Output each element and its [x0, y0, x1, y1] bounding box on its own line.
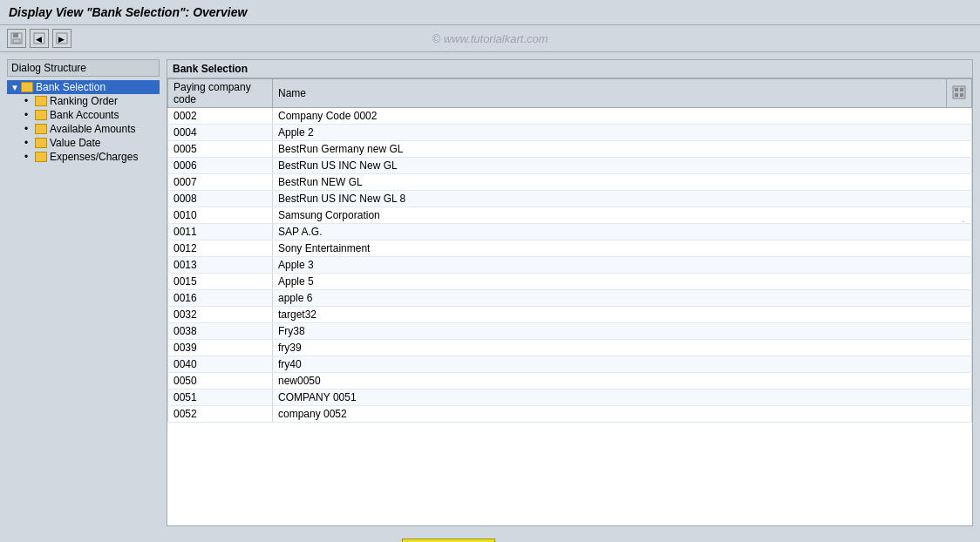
table-row[interactable]: 0004Apple 2	[168, 125, 972, 141]
cell-code: 0039	[168, 340, 273, 356]
cell-name: Company Code 0002	[273, 108, 972, 125]
cell-name: SAP A.G.	[273, 224, 972, 241]
bullet-icon: •	[24, 151, 35, 163]
svg-rect-1	[13, 33, 18, 37]
sidebar-item-label: Ranking Order	[50, 95, 118, 107]
col-settings-icon[interactable]	[947, 79, 972, 108]
cell-code: 0005	[168, 141, 273, 158]
cell-code: 0016	[168, 290, 273, 307]
table-row[interactable]: 0002Company Code 0002	[168, 108, 972, 125]
cell-name: Apple 5	[273, 274, 972, 290]
sidebar-item-ranking-order[interactable]: • Ranking Order	[7, 94, 160, 108]
folder-icon	[35, 124, 47, 134]
cell-name: BestRun US INC New GL 8	[273, 191, 972, 207]
table-row[interactable]: 0015Apple 5	[168, 274, 972, 290]
toolbar-btn-execute[interactable]: ▶	[52, 29, 71, 48]
position-button[interactable]: Position...	[402, 539, 495, 542]
table-row[interactable]: 0005BestRun Germany new GL	[168, 141, 972, 158]
bullet-icon: •	[24, 109, 35, 121]
table-row[interactable]: 0007BestRun NEW GL	[168, 174, 972, 191]
cell-name: apple 6	[273, 290, 972, 307]
table-row[interactable]: 0016apple 6	[168, 290, 972, 307]
sidebar-item-value-date[interactable]: • Value Date	[7, 136, 160, 150]
toolbar: ◀ ▶ © www.tutorialkart.com	[0, 25, 980, 52]
table-row[interactable]: 0013Apple 3	[168, 257, 972, 274]
cell-code: 0013	[168, 257, 273, 274]
cell-name: Apple 3	[273, 257, 972, 274]
bottom-bar: Position... Entry 1 of 633	[0, 533, 980, 542]
bullet-icon: •	[24, 95, 35, 107]
table-row[interactable]: 0032target32	[168, 307, 972, 323]
sidebar-item-expenses-charges[interactable]: • Expenses/Charges	[7, 150, 160, 164]
table-row[interactable]: 0039fry39	[168, 340, 972, 356]
table-row[interactable]: 0011SAP A.G.	[168, 224, 972, 241]
col-header-code: Paying company code	[168, 79, 273, 108]
watermark: © www.tutorialkart.com	[432, 32, 548, 45]
svg-rect-8	[955, 88, 958, 91]
table-row[interactable]: 0050new0050	[168, 373, 972, 390]
svg-rect-9	[960, 88, 963, 91]
cell-name: BestRun Germany new GL	[273, 141, 972, 158]
cell-code: 0011	[168, 224, 273, 241]
cell-name: Samsung Corporation	[273, 207, 972, 224]
svg-text:▶: ▶	[58, 35, 65, 44]
cell-name: fry39	[273, 340, 972, 356]
content-panel: Bank Selection Paying company code Name	[167, 59, 973, 526]
table-row[interactable]: 0040fry40	[168, 356, 972, 373]
cell-code: 0002	[168, 108, 273, 125]
table-row[interactable]: 0010Samsung Corporation	[168, 207, 972, 224]
sidebar-item-label: Expenses/Charges	[50, 151, 138, 163]
cell-code: 0010	[168, 207, 273, 224]
bullet-icon: •	[24, 137, 35, 149]
svg-rect-10	[955, 93, 958, 97]
table-container[interactable]: Paying company code Name 0002Company Cod…	[167, 78, 972, 525]
cell-code: 0008	[168, 191, 273, 207]
cell-code: 0012	[168, 241, 273, 257]
cell-name: fry40	[273, 356, 972, 373]
svg-rect-2	[13, 39, 20, 43]
cell-code: 0015	[168, 274, 273, 290]
cell-code: 0040	[168, 356, 273, 373]
title-bar: Display View "Bank Selection": Overview	[0, 0, 980, 25]
sidebar: Dialog Structure ▼ Bank Selection • Rank…	[7, 59, 160, 526]
svg-text:◀: ◀	[36, 35, 42, 44]
table-row[interactable]: 0038Fry38	[168, 323, 972, 340]
cell-code: 0052	[168, 406, 273, 423]
cell-code: 0051	[168, 390, 273, 406]
cell-code: 0038	[168, 323, 273, 340]
cell-name: new0050	[273, 373, 972, 390]
folder-icon	[35, 138, 47, 148]
table-row[interactable]: 0008BestRun US INC New GL 8	[168, 191, 972, 207]
table-row[interactable]: 0051COMPANY 0051	[168, 390, 972, 406]
side-dot: ·	[963, 218, 964, 226]
cell-code: 0050	[168, 373, 273, 390]
table-row[interactable]: 0006BestRun US INC New GL	[168, 158, 972, 174]
sidebar-item-label: Available Amounts	[50, 123, 136, 135]
cell-name: company 0052	[273, 406, 972, 423]
folder-icon	[35, 152, 47, 162]
folder-icon	[35, 96, 47, 106]
title-text: Display View "Bank Selection": Overview	[9, 5, 247, 19]
sidebar-item-label: Bank Selection	[36, 81, 105, 93]
data-table: Paying company code Name 0002Company Cod…	[167, 78, 972, 423]
cell-name: target32	[273, 307, 972, 323]
col-header-name: Name	[273, 79, 947, 108]
table-row[interactable]: 0052company 0052	[168, 406, 972, 423]
panel-title: Bank Selection	[167, 60, 972, 78]
sidebar-item-bank-selection[interactable]: ▼ Bank Selection	[7, 80, 160, 94]
sidebar-item-label: Bank Accounts	[50, 109, 119, 121]
bullet-icon: •	[24, 123, 35, 135]
cell-name: Fry38	[273, 323, 972, 340]
toolbar-btn-save[interactable]	[7, 29, 26, 48]
cell-code: 0032	[168, 307, 273, 323]
cell-code: 0006	[168, 158, 273, 174]
cell-name: COMPANY 0051	[273, 390, 972, 406]
cell-name: BestRun NEW GL	[273, 174, 972, 191]
toolbar-btn-back[interactable]: ◀	[30, 29, 49, 48]
sidebar-item-available-amounts[interactable]: • Available Amounts	[7, 122, 160, 136]
folder-icon	[35, 110, 47, 120]
table-row[interactable]: 0012Sony Entertainment	[168, 241, 972, 257]
cell-name: Sony Entertainment	[273, 241, 972, 257]
sidebar-item-bank-accounts[interactable]: • Bank Accounts	[7, 108, 160, 122]
cell-name: Apple 2	[273, 125, 972, 141]
